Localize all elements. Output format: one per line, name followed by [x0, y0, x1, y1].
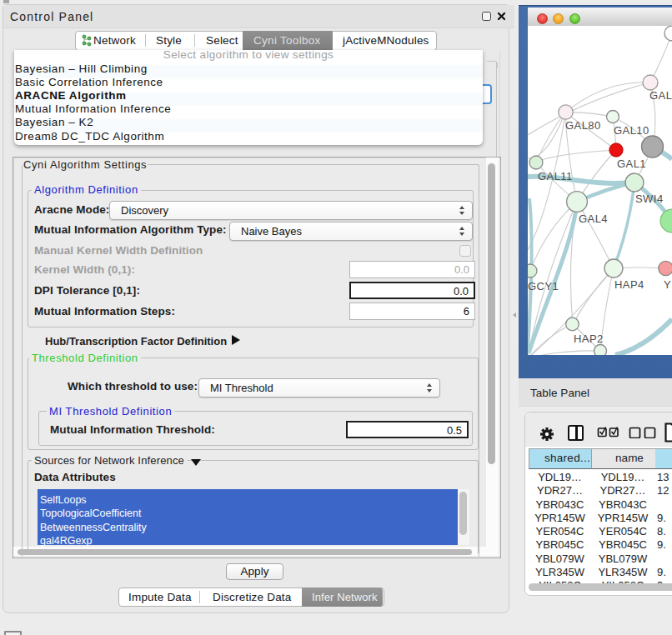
svg-text:Y: Y: [664, 278, 671, 291]
svg-text:GAL80: GAL80: [565, 119, 601, 132]
svg-text:SWI4: SWI4: [635, 192, 664, 205]
svg-text:GAL10: GAL10: [614, 124, 649, 137]
svg-text:GAL7: GAL7: [649, 89, 672, 102]
svg-text:GAL1: GAL1: [617, 158, 646, 170]
svg-text:GAL4: GAL4: [579, 212, 608, 225]
svg-text:HAP2: HAP2: [574, 332, 604, 345]
svg-text:GAL11: GAL11: [538, 170, 573, 182]
svg-text:GCY1: GCY1: [528, 280, 559, 292]
svg-text:HAP4: HAP4: [614, 278, 644, 291]
